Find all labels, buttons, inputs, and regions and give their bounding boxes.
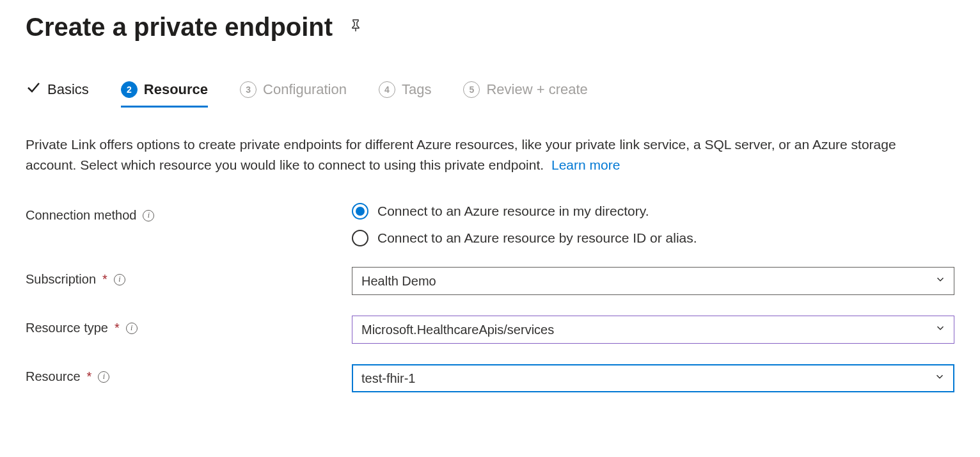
tab-label: Configuration [263,81,347,98]
page-title: Create a private endpoint [26,13,333,42]
required-indicator: * [87,369,92,384]
tab-label: Tags [402,81,431,98]
info-icon[interactable]: i [143,210,154,221]
info-icon[interactable]: i [114,274,125,285]
pin-icon[interactable] [348,18,363,36]
wizard-tabs: Basics 2 Resource 3 Configuration 4 Tags… [26,80,954,108]
tab-label: Review + create [486,81,587,98]
info-icon[interactable]: i [98,371,109,383]
chevron-down-icon [934,371,945,386]
tab-label: Basics [47,81,89,98]
resource-type-select[interactable]: Microsoft.HealthcareApis/services [352,316,954,344]
radio-label: Connect to an Azure resource by resource… [377,230,697,246]
resource-select[interactable]: test-fhir-1 [352,364,954,392]
tab-basics[interactable]: Basics [26,80,89,108]
tab-number: 2 [121,81,138,98]
tab-tags[interactable]: 4 Tags [379,80,431,108]
required-indicator: * [102,272,107,287]
required-indicator: * [115,321,120,335]
radio-option-resource-id[interactable]: Connect to an Azure resource by resource… [352,230,954,246]
connection-method-label: Connection method [26,208,136,223]
select-value: Microsoft.HealthcareApis/services [361,323,554,337]
tab-review-create[interactable]: 5 Review + create [463,80,587,108]
tab-description: Private Link offers options to create pr… [26,134,934,175]
radio-icon [352,203,368,220]
subscription-select[interactable]: Health Demo [352,267,954,295]
connection-method-radio-group: Connect to an Azure resource in my direc… [352,203,954,246]
tab-number: 4 [379,81,395,98]
tab-number: 5 [463,81,480,98]
tab-configuration[interactable]: 3 Configuration [240,80,347,108]
chevron-down-icon [935,323,946,337]
resource-label: Resource [26,369,81,384]
subscription-label: Subscription [26,272,96,287]
learn-more-link[interactable]: Learn more [551,157,620,172]
resource-type-label: Resource type [26,321,108,335]
tab-label: Resource [144,81,208,98]
select-value: test-fhir-1 [361,371,415,386]
description-text: Private Link offers options to create pr… [26,137,896,172]
select-value: Health Demo [361,274,436,289]
info-icon[interactable]: i [126,323,138,334]
tab-number: 3 [240,81,257,98]
radio-icon [352,230,368,246]
radio-option-my-directory[interactable]: Connect to an Azure resource in my direc… [352,203,954,220]
check-icon [26,80,41,99]
radio-label: Connect to an Azure resource in my direc… [377,204,649,219]
tab-resource[interactable]: 2 Resource [121,80,208,108]
chevron-down-icon [935,274,946,289]
